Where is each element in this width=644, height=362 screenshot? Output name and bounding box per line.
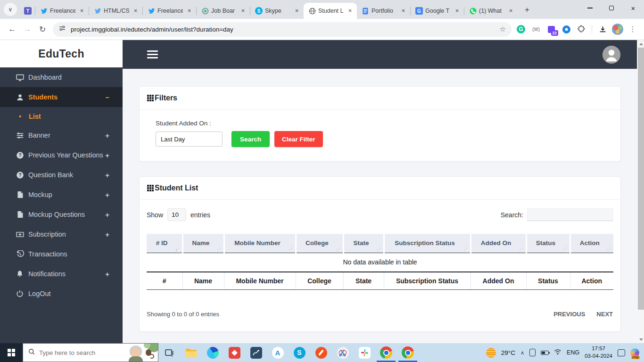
expand-plus-icon[interactable]: + [105, 191, 109, 199]
pinned-tab-teams[interactable] [21, 3, 35, 19]
taskbar-search[interactable] [23, 343, 158, 362]
expand-plus-icon[interactable]: + [105, 211, 109, 219]
colorzilla-icon[interactable] [560, 23, 573, 36]
forward-button[interactable]: → [20, 22, 35, 37]
sort-icons[interactable]: ↑↓ [519, 246, 524, 251]
taskbar-search-input[interactable] [39, 349, 124, 356]
collapse-minus-icon[interactable]: − [105, 93, 109, 101]
column-header-added-on[interactable]: Added On↑↓ [471, 234, 526, 253]
sort-icons[interactable]: ↑↓ [563, 246, 568, 251]
address-bar[interactable]: project.imgglobal.in/edutech/admin/user/… [53, 22, 512, 37]
extension-badge-icon[interactable]: 22 [545, 23, 558, 36]
brand-logo[interactable]: EduTech [0, 40, 123, 67]
file-explorer-icon[interactable] [180, 343, 202, 362]
extensions-puzzle-icon[interactable] [575, 23, 588, 36]
sort-icons[interactable]: ↑↓ [463, 246, 468, 251]
user-avatar[interactable] [603, 46, 620, 64]
sidebar-item-mockup[interactable]: Mockup + [0, 185, 123, 205]
table-search-input[interactable] [527, 208, 613, 221]
sidebar-item-mockup-questions[interactable]: Mockup Questions + [0, 205, 123, 224]
tab-portfolio[interactable]: Portfolio × [357, 3, 410, 19]
remote-app-icon[interactable] [223, 343, 245, 362]
snipping-tool-icon[interactable] [332, 343, 354, 362]
entries-count-input[interactable] [167, 208, 186, 221]
hamburger-menu-icon[interactable] [147, 50, 158, 58]
tab-freelance-1[interactable]: Freelance × [35, 3, 89, 19]
tab-jobboard[interactable]: Job Boar × [197, 3, 250, 19]
scroll-up-arrow[interactable] [637, 40, 644, 48]
grammarly-icon[interactable]: G [514, 23, 528, 36]
tab-student-list-active[interactable]: Student L × [304, 3, 357, 19]
sidebar-subitem-list[interactable]: • List [0, 107, 123, 125]
expand-plus-icon[interactable]: + [105, 230, 109, 239]
sidebar-item-previous-year-questions[interactable]: ? Previous Year Questions + [0, 145, 123, 165]
clear-filter-button[interactable]: Clear Filter [274, 131, 323, 147]
tab-freelance-2[interactable]: Freelance × [143, 3, 196, 19]
column-header-mobile[interactable]: Mobile Number↑↓ [224, 234, 296, 253]
expand-plus-icon[interactable]: + [105, 270, 109, 278]
window-restore-button[interactable] [601, 0, 622, 16]
scroll-down-arrow[interactable] [637, 336, 644, 343]
new-tab-button[interactable]: + [520, 3, 534, 16]
bookmark-star-icon[interactable]: ☆ [500, 25, 506, 33]
tab-whatsapp[interactable]: (1) What × [464, 3, 518, 19]
sidebar-item-students[interactable]: Students − [0, 87, 123, 107]
start-button[interactable] [0, 343, 23, 362]
sort-icons[interactable]: ↑↓ [289, 246, 293, 251]
letter-a-app-icon[interactable]: A [267, 343, 289, 362]
tab-htmlcss[interactable]: HTML/CS × [89, 3, 142, 19]
scrollbar-thumb[interactable] [638, 48, 644, 310]
next-page-button[interactable]: NEXT [596, 311, 613, 318]
chrome-icon[interactable] [397, 343, 419, 362]
tab-close-icon[interactable]: × [399, 7, 407, 15]
sort-icons[interactable]: ↑↓ [175, 246, 180, 251]
sort-icons[interactable]: ↑↓ [377, 246, 381, 251]
battery-icon[interactable] [541, 351, 549, 355]
browser-scrollbar[interactable] [637, 40, 644, 343]
sidebar-item-transactions[interactable]: Transactions [0, 244, 123, 264]
tab-search-button[interactable]: ∨ [4, 3, 17, 16]
pen-app-icon[interactable] [310, 343, 332, 362]
column-header-name[interactable]: Name↑↓ [182, 234, 224, 253]
sort-icons[interactable]: ↑↓ [607, 246, 611, 251]
tab-close-icon[interactable]: × [453, 7, 461, 15]
sidebar-item-notifications[interactable]: Notifications + [0, 264, 123, 284]
site-info-icon[interactable] [58, 25, 66, 34]
previous-page-button[interactable]: PREVIOUS [553, 311, 585, 318]
sort-icons[interactable]: ↑↓ [217, 246, 222, 251]
window-close-button[interactable]: × [622, 0, 644, 16]
column-header-state[interactable]: State↑↓ [343, 234, 384, 253]
wayback-machine-icon[interactable]: (W) [529, 23, 543, 36]
slack-icon[interactable] [354, 343, 375, 362]
temperature-label[interactable]: 29°C [501, 349, 515, 356]
skype-icon[interactable]: S [289, 343, 310, 362]
menu-kebab-icon[interactable]: ⋮ [626, 23, 639, 36]
sidebar-item-logout[interactable]: LogOut [0, 284, 123, 304]
sidebar-item-subscription[interactable]: Subscription + [0, 224, 123, 244]
column-header-subscription[interactable]: Subscription Status↑↓ [384, 234, 471, 253]
column-header-status[interactable]: Status↑↓ [526, 234, 570, 253]
language-indicator[interactable]: ENG [567, 349, 579, 356]
profile-avatar[interactable] [611, 23, 624, 36]
tab-google-translate[interactable]: Google T × [411, 3, 464, 19]
tab-close-icon[interactable]: × [507, 7, 515, 15]
tab-close-icon[interactable]: × [78, 7, 86, 15]
tablet-app-icon[interactable] [245, 343, 267, 362]
search-button[interactable]: Search [231, 131, 270, 147]
column-header-action[interactable]: Action↑↓ [570, 234, 613, 253]
wifi-icon[interactable] [554, 348, 561, 357]
download-icon[interactable] [596, 23, 609, 36]
back-button[interactable]: ← [5, 22, 20, 37]
chrome-icon[interactable] [375, 343, 397, 362]
sort-icons[interactable]: ↑↓ [336, 246, 341, 251]
tab-skype[interactable]: Skype × [250, 3, 304, 19]
column-header-id[interactable]: # ID↑↓ [147, 234, 182, 253]
edge-icon[interactable] [202, 343, 223, 362]
sidebar-item-question-bank[interactable]: ? Question Bank + [0, 165, 123, 185]
sidebar-item-banner[interactable]: Banner + [0, 125, 123, 145]
clock[interactable]: 17:57 03-04-2024 [585, 345, 612, 360]
chevron-up-icon[interactable]: ∧ [520, 350, 524, 356]
url-text[interactable]: project.imgglobal.in/edutech/admin/user/… [71, 26, 500, 33]
task-view-button[interactable] [158, 343, 180, 362]
student-added-on-select[interactable] [156, 132, 223, 147]
